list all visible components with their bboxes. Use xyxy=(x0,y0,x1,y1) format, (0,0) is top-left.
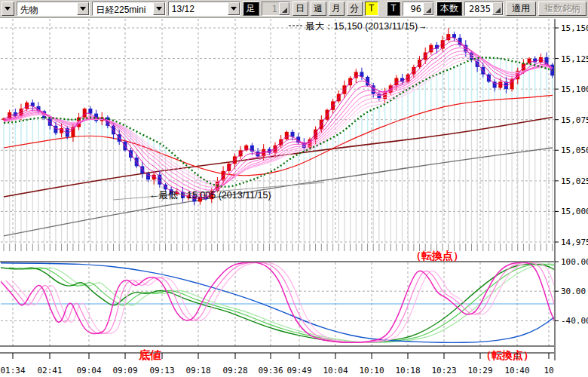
chart-canvas[interactable]: 15,15015,12515,10015,07515,05015,02515,0… xyxy=(0,18,588,377)
time-axis-label: 09:13 xyxy=(149,366,174,375)
chevron-down-icon xyxy=(5,7,11,11)
price-axis-label: 15,150 xyxy=(561,23,588,33)
timeframe-tick-button[interactable]: T xyxy=(365,2,378,16)
price-axis-label: 15,000 xyxy=(561,207,588,216)
timeframe-week-button[interactable]: 週 xyxy=(311,2,326,16)
time-axis-label: 09:04 xyxy=(76,366,101,375)
price-axis-label: 15,125 xyxy=(561,54,588,64)
toolbar-dropdown-button[interactable] xyxy=(2,2,14,16)
tick-size-stepper[interactable]: 96 xyxy=(403,2,434,16)
toolbar: 先物 日経225mini 13/12 足 1 日 週 月 分 T T 96 本数… xyxy=(0,0,588,18)
time-axis-label: 09:36 xyxy=(258,366,283,375)
chevron-down-icon[interactable] xyxy=(228,2,240,15)
time-axis-label: 10:40 xyxy=(504,366,529,375)
category-select[interactable]: 先物 xyxy=(17,2,90,16)
price-axis-label: 15,050 xyxy=(561,146,588,155)
chart-area[interactable]: 15,15015,12515,10015,07515,05015,02515,0… xyxy=(0,18,588,377)
trading-chart-app: { "toolbar": { "left_dropdown": "", "cat… xyxy=(0,0,588,377)
symbol-select[interactable]: 日経225mini xyxy=(92,2,165,16)
interval-stepper[interactable]: 1 xyxy=(262,2,290,16)
turning-point-annotation-bottom: （転換点） xyxy=(481,349,534,361)
oscillator-axis-label: -40.00 xyxy=(561,316,588,326)
oscillator-axis-label: 30.00 xyxy=(561,287,586,296)
price-axis-label: 15,075 xyxy=(561,115,588,125)
category-select-value: 先物 xyxy=(17,2,77,15)
time-axis-label: 10:10 xyxy=(359,366,384,375)
bar-count-value: 2835 xyxy=(465,2,492,15)
apply-button[interactable]: 適用 xyxy=(506,2,536,16)
min-price-annotation: ←最低：15,005 (2013/11/15) xyxy=(149,190,271,201)
price-axis-label: 14,975 xyxy=(561,238,588,247)
bar-count-stepper[interactable]: 2835 xyxy=(464,2,504,16)
time-axis-label: 10 xyxy=(544,366,553,375)
multi-symbol-button: 複数銘柄 xyxy=(538,2,586,16)
chevron-down-icon[interactable] xyxy=(153,2,165,15)
symbol-select-value: 日経225mini xyxy=(93,2,152,15)
interval-value: 1 xyxy=(262,2,279,15)
spinner-icon[interactable] xyxy=(423,2,433,15)
bar-count-label: 本数 xyxy=(436,2,462,16)
time-axis-label: 10:18 xyxy=(395,366,420,375)
time-axis-label: 09:18 xyxy=(185,366,210,375)
spinner-icon[interactable] xyxy=(492,2,503,15)
price-axis-label: 15,100 xyxy=(561,84,588,94)
bottom-value-annotation: 底値 xyxy=(138,348,161,361)
time-axis-label: 09:09 xyxy=(112,366,137,375)
tick-size-value: 96 xyxy=(403,2,423,15)
timeframe-day-button[interactable]: 日 xyxy=(292,2,308,16)
chevron-down-icon[interactable] xyxy=(77,2,89,15)
time-axis-label: 01:34 xyxy=(0,366,25,375)
time-axis-label: 09:49 xyxy=(286,366,311,375)
time-axis-label: 02:41 xyxy=(37,366,62,375)
spinner-icon[interactable] xyxy=(279,2,289,15)
turning-point-annotation-top: （転換点） xyxy=(411,250,464,262)
ashi-label: 足 xyxy=(243,2,259,16)
time-axis-label: 10:04 xyxy=(323,366,348,375)
timeframe-month-button[interactable]: 月 xyxy=(329,2,345,16)
time-axis-label: 10:29 xyxy=(467,366,492,375)
oscillator-axis-label: 100.00 xyxy=(561,257,588,267)
time-axis-label: 09:28 xyxy=(222,366,247,375)
tick-label: T xyxy=(387,2,400,16)
time-axis-label: 10:23 xyxy=(431,366,456,375)
price-axis-label: 15,025 xyxy=(561,176,588,186)
max-price-annotation: 最大：15,150 (2013/11/15)→ xyxy=(305,21,427,32)
contract-month-value: 13/12 xyxy=(169,2,228,15)
contract-month-select[interactable]: 13/12 xyxy=(168,2,240,16)
timeframe-minute-button[interactable]: 分 xyxy=(347,2,363,16)
